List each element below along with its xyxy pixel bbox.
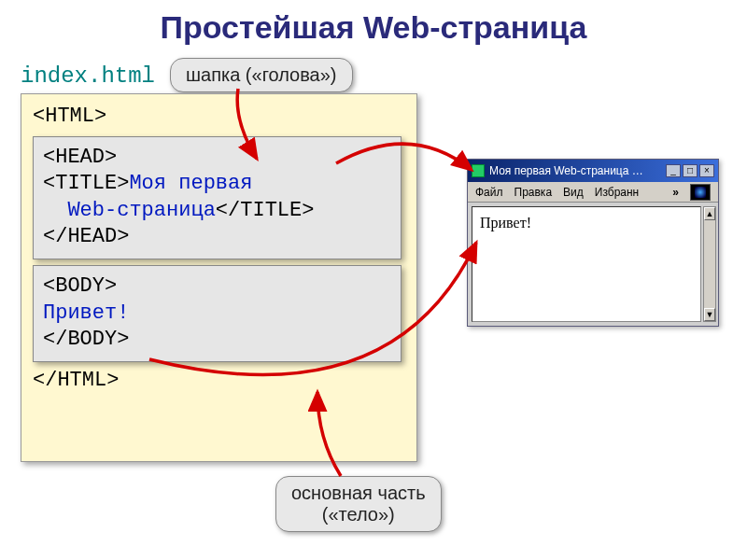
minimize-button[interactable]: _ — [666, 164, 681, 177]
browser-app-icon — [472, 164, 485, 177]
tag-body-close: </BODY> — [43, 328, 129, 351]
tag-html-open: <HTML> — [33, 104, 405, 131]
callout-body-line1: основная часть — [291, 483, 426, 503]
scroll-up-button[interactable]: ▲ — [704, 207, 715, 220]
menu-more-icon[interactable]: » — [672, 186, 679, 199]
vertical-scrollbar[interactable]: ▲ ▼ — [703, 206, 716, 322]
maximize-button[interactable]: □ — [683, 164, 698, 177]
tag-html-close: </HTML> — [33, 368, 405, 395]
callout-body-line2: («тело») — [322, 504, 395, 525]
body-content: Привет! — [43, 301, 129, 325]
menu-edit[interactable]: Правка — [514, 186, 553, 199]
page-text: Привет! — [480, 215, 531, 231]
tag-body-open: <BODY> — [43, 274, 117, 298]
slide-title: Простейшая Web-страница — [0, 0, 747, 46]
filename-label: index.html — [21, 63, 155, 89]
browser-window: Моя первая Web-страница … _ □ × Файл Пра… — [467, 159, 719, 327]
callout-body: основная часть («тело») — [275, 476, 442, 532]
title-text-1: Моя первая — [129, 172, 252, 195]
menu-view[interactable]: Вид — [563, 186, 584, 199]
menu-file[interactable]: Файл — [475, 186, 503, 199]
tag-title-close: </TITLE> — [216, 199, 315, 222]
tag-title-open: <TITLE> — [43, 172, 129, 195]
tag-head-open: <HEAD> — [43, 146, 117, 169]
browser-window-title: Моя первая Web-страница … — [489, 164, 666, 177]
browser-menubar: Файл Правка Вид Избранн » — [468, 182, 718, 203]
browser-content: Привет! — [472, 206, 701, 322]
callout-head: шапка («голова») — [170, 58, 353, 92]
scroll-down-button[interactable]: ▼ — [704, 308, 715, 321]
code-block-body: <BODY> Привет! </BODY> — [33, 265, 402, 362]
browser-titlebar: Моя первая Web-страница … _ □ × — [468, 160, 718, 182]
throbber-icon — [690, 184, 711, 201]
code-block-head: <HEAD> <TITLE>Моя первая Web-страница</T… — [33, 136, 402, 259]
code-block-outer: <HTML> <HEAD> <TITLE>Моя первая Web-стра… — [21, 93, 417, 462]
close-button[interactable]: × — [699, 164, 714, 177]
tag-head-close: </HEAD> — [43, 225, 129, 248]
title-text-2: Web-страница — [67, 199, 215, 222]
menu-favorites[interactable]: Избранн — [595, 186, 639, 199]
